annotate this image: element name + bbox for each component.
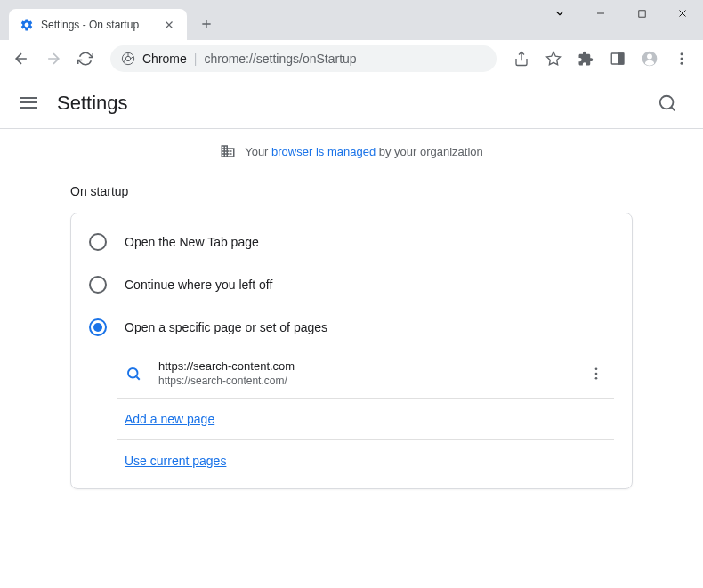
managed-banner: Your browser is managed by your organiza…: [0, 129, 703, 173]
use-current-row: Use current pages: [117, 440, 614, 481]
svg-point-12: [595, 367, 598, 370]
gear-icon: [20, 18, 34, 32]
svg-point-11: [128, 368, 138, 378]
option-continue[interactable]: Continue where you left off: [71, 263, 632, 306]
svg-point-14: [595, 376, 598, 379]
radio-label: Open a specific page or set of pages: [125, 320, 327, 334]
svg-point-7: [681, 52, 683, 55]
chevron-down-icon[interactable]: [539, 0, 580, 27]
startup-page-entry: https://search-content.com https://searc…: [117, 349, 614, 399]
page-entry-url: https://search-content.com/: [158, 375, 586, 387]
add-page-row: Add a new page: [117, 399, 614, 440]
radio-icon: [89, 233, 107, 251]
svg-point-10: [660, 95, 674, 109]
svg-point-8: [681, 57, 683, 60]
extensions-icon[interactable]: [571, 44, 600, 73]
forward-button[interactable]: [39, 44, 68, 73]
settings-content: Settings Your browser is managed by your…: [0, 77, 703, 588]
startup-card: Open the New Tab page Continue where you…: [70, 213, 633, 489]
use-current-link[interactable]: Use current pages: [125, 454, 226, 468]
more-icon[interactable]: [586, 363, 607, 384]
main-area: On startup Open the New Tab page Continu…: [49, 173, 654, 511]
profile-icon[interactable]: [635, 44, 664, 73]
window-titlebar: Settings - On startup: [0, 0, 703, 40]
back-button[interactable]: [7, 44, 36, 73]
menu-icon[interactable]: [18, 93, 39, 114]
radio-label: Open the New Tab page: [125, 235, 259, 249]
svg-point-13: [595, 372, 598, 375]
browser-toolbar: Chrome | chrome://settings/onStartup: [0, 40, 703, 77]
option-new-tab[interactable]: Open the New Tab page: [71, 221, 632, 263]
settings-header: Settings: [0, 77, 703, 129]
minimize-button[interactable]: [580, 0, 621, 27]
browser-tab[interactable]: Settings - On startup: [9, 9, 187, 40]
radio-icon: [89, 276, 107, 294]
managed-link[interactable]: browser is managed: [271, 145, 376, 158]
page-title: Settings: [57, 92, 128, 115]
chrome-icon: [121, 52, 135, 66]
new-tab-button[interactable]: [194, 12, 219, 36]
svg-point-2: [125, 56, 130, 60]
svg-point-6: [647, 53, 652, 59]
window-controls: [539, 0, 703, 27]
managed-text: Your browser is managed by your organiza…: [245, 145, 483, 158]
radio-label: Continue where you left off: [125, 278, 272, 292]
close-button[interactable]: [662, 0, 703, 27]
bookmark-icon[interactable]: [539, 44, 568, 73]
address-text: Chrome | chrome://settings/onStartup: [142, 52, 357, 66]
search-icon[interactable]: [650, 85, 685, 121]
more-icon[interactable]: [667, 44, 696, 73]
maximize-button[interactable]: [621, 0, 662, 27]
add-page-link[interactable]: Add a new page: [125, 412, 214, 426]
svg-rect-4: [619, 53, 624, 64]
building-icon: [220, 143, 236, 159]
pages-subsection: https://search-content.com https://searc…: [117, 349, 614, 481]
address-bar[interactable]: Chrome | chrome://settings/onStartup: [110, 45, 497, 72]
close-icon[interactable]: [162, 18, 176, 32]
sidepanel-icon[interactable]: [603, 44, 632, 73]
reload-button[interactable]: [71, 44, 100, 73]
svg-rect-0: [638, 10, 644, 16]
radio-icon: [89, 318, 107, 336]
page-entry-title: https://search-content.com: [158, 359, 586, 373]
share-icon[interactable]: [507, 44, 536, 73]
option-specific-pages[interactable]: Open a specific page or set of pages: [71, 306, 632, 349]
search-icon: [125, 365, 142, 383]
tab-title: Settings - On startup: [41, 19, 162, 31]
svg-point-9: [681, 61, 683, 64]
section-title: On startup: [70, 173, 633, 213]
page-info: https://search-content.com https://searc…: [158, 359, 586, 387]
